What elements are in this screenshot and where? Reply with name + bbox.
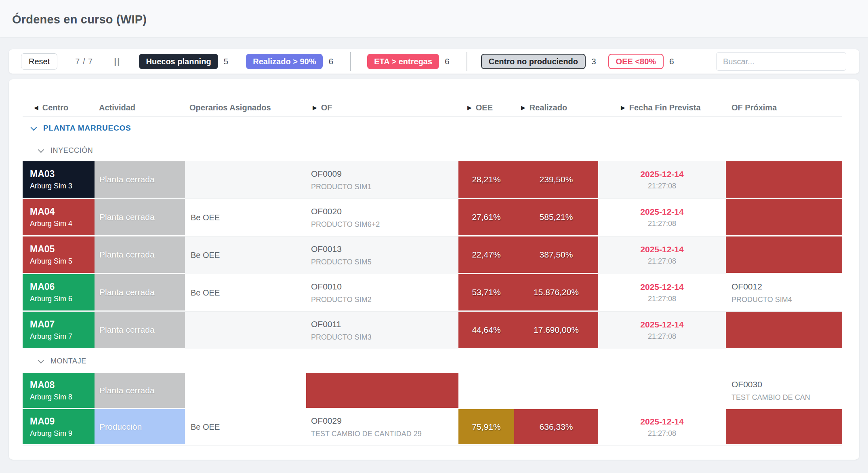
activity-cell: Planta cerrada bbox=[95, 199, 185, 236]
column-header-actividad[interactable]: Actividad bbox=[95, 99, 185, 116]
operators-cell bbox=[185, 161, 306, 198]
filter-count-oee: 6 bbox=[669, 57, 674, 66]
centro-code: MA09 bbox=[30, 416, 95, 427]
oee-cell bbox=[458, 373, 514, 409]
oee-cell: 75,91% bbox=[458, 409, 514, 445]
section-group-row-inyeccion[interactable]: INYECCIÓN bbox=[23, 139, 842, 161]
centro-cell: MA08 Arburg Sim 8 bbox=[23, 373, 95, 409]
of-product: PRODUCTO SIM6+2 bbox=[311, 220, 458, 229]
activity-cell: Planta cerrada bbox=[95, 161, 185, 198]
centro-cell: MA07 Arburg Sim 7 bbox=[23, 312, 95, 349]
table-row-ma05[interactable]: MA05 Arburg Sim 5 Planta cerrada Be OEE … bbox=[23, 236, 842, 274]
table-row-ma08[interactable]: MA08 Arburg Sim 8 Planta cerrada OF0030 … bbox=[23, 373, 842, 409]
toolbar-divider bbox=[467, 52, 467, 71]
activity-cell: Producción bbox=[95, 409, 185, 445]
filter-badge-oee[interactable]: OEE <80% bbox=[608, 54, 664, 69]
sort-right-icon[interactable]: ▶ bbox=[621, 104, 625, 111]
centro-name: Arburg Sim 7 bbox=[30, 332, 95, 341]
column-header-operarios[interactable]: Operarios Asignados bbox=[185, 99, 306, 116]
filter-badge-huecos-planning[interactable]: Huecos planning bbox=[139, 54, 218, 69]
centro-cell: MA05 Arburg Sim 5 bbox=[23, 236, 95, 274]
due-date: 2025-12-14 bbox=[640, 320, 683, 329]
of-product: TEST CAMBIO DE CANTIDAD 29 bbox=[311, 430, 458, 438]
next-of-cell bbox=[726, 199, 842, 236]
column-label: OF Próxima bbox=[731, 103, 777, 112]
pause-icon[interactable]: || bbox=[114, 56, 120, 67]
column-header-of-proxima[interactable]: OF Próxima bbox=[726, 99, 842, 116]
search-input[interactable] bbox=[716, 52, 846, 71]
column-header-fecha-fin[interactable]: ▶ Fecha Fin Prevista bbox=[598, 99, 726, 116]
realizado-cell bbox=[514, 373, 598, 409]
chevron-down-icon[interactable] bbox=[38, 146, 44, 153]
oee-cell: 53,71% bbox=[458, 274, 514, 311]
centro-code: MA03 bbox=[30, 169, 95, 179]
due-date: 2025-12-14 bbox=[640, 245, 683, 254]
due-date-cell: 2025-12-14 21:27:08 bbox=[598, 236, 726, 274]
table-row-ma06[interactable]: MA06 Arburg Sim 6 Planta cerrada Be OEE … bbox=[23, 274, 842, 312]
table-row-ma04[interactable]: MA04 Arburg Sim 4 Planta cerrada Be OEE … bbox=[23, 199, 842, 236]
chevron-down-icon[interactable] bbox=[38, 357, 44, 363]
column-label: OEE bbox=[476, 103, 493, 112]
realizado-cell: 387,50% bbox=[514, 236, 598, 274]
next-of-product: TEST CAMBIO DE CAN bbox=[731, 393, 842, 402]
of-code: OF0011 bbox=[311, 319, 458, 329]
chevron-down-icon[interactable] bbox=[31, 124, 37, 131]
filter-badge-realizado[interactable]: Realizado > 90% bbox=[246, 54, 323, 69]
column-header-oee[interactable]: ▶ OEE bbox=[458, 99, 514, 116]
table-row-ma07[interactable]: MA07 Arburg Sim 7 Planta cerrada OF0011 … bbox=[23, 312, 842, 349]
column-label: Actividad bbox=[99, 103, 135, 112]
rows-counter: 7 / 7 bbox=[75, 57, 93, 66]
section-group-row-montaje[interactable]: MONTAJE bbox=[23, 349, 842, 373]
centro-name: Arburg Sim 8 bbox=[30, 393, 95, 401]
sort-right-icon[interactable]: ▶ bbox=[313, 104, 317, 111]
due-time: 21:27:08 bbox=[648, 182, 676, 190]
filter-badge-centro-no-produciendo[interactable]: Centro no produciendo bbox=[481, 54, 586, 69]
filter-count-centro-no-produciendo: 3 bbox=[591, 57, 596, 66]
column-header-of[interactable]: ▶ OF bbox=[306, 99, 458, 116]
reset-button[interactable]: Reset bbox=[21, 53, 57, 70]
column-header-centro[interactable]: ◀ Centro bbox=[23, 99, 95, 116]
of-product: PRODUCTO SIM2 bbox=[311, 296, 458, 304]
centro-name: Arburg Sim 3 bbox=[30, 182, 95, 190]
oee-cell: 44,64% bbox=[458, 312, 514, 349]
next-of-cell bbox=[726, 409, 842, 445]
operators-cell bbox=[185, 373, 306, 409]
page-header: Órdenes en curso (WIP) bbox=[0, 0, 868, 37]
of-code: OF0029 bbox=[311, 416, 458, 426]
of-cell: OF0029 TEST CAMBIO DE CANTIDAD 29 bbox=[306, 409, 458, 445]
due-date: 2025-12-14 bbox=[640, 169, 683, 179]
oee-cell: 27,61% bbox=[458, 199, 514, 236]
sort-right-icon[interactable]: ▶ bbox=[521, 104, 525, 111]
page-title: Órdenes en curso (WIP) bbox=[12, 13, 147, 26]
table-row-ma09[interactable]: MA09 Arburg Sim 9 Producción Be OEE OF00… bbox=[23, 409, 842, 446]
of-cell: OF0009 PRODUCTO SIM1 bbox=[306, 161, 458, 198]
realizado-cell: 239,50% bbox=[514, 161, 598, 198]
plant-group-row[interactable]: PLANTA MARRUECOS bbox=[23, 117, 842, 139]
column-label: Fecha Fin Prevista bbox=[629, 103, 701, 112]
filter-badge-eta[interactable]: ETA > entregas bbox=[367, 54, 439, 69]
next-of-cell: OF0012 PRODUCTO SIM4 bbox=[726, 274, 842, 311]
realizado-cell: 17.690,00% bbox=[514, 312, 598, 349]
column-label: Operarios Asignados bbox=[189, 103, 271, 112]
next-of-cell bbox=[726, 161, 842, 198]
sort-left-icon[interactable]: ◀ bbox=[34, 104, 38, 111]
operators-cell: Be OEE bbox=[185, 409, 306, 445]
due-date-cell: 2025-12-14 21:27:08 bbox=[598, 161, 726, 198]
of-code: OF0013 bbox=[311, 244, 458, 254]
centro-cell: MA06 Arburg Sim 6 bbox=[23, 274, 95, 311]
table-row-ma03[interactable]: MA03 Arburg Sim 3 Planta cerrada OF0009 … bbox=[23, 161, 842, 199]
due-time: 21:27:08 bbox=[648, 220, 676, 228]
operators-cell: Be OEE bbox=[185, 274, 306, 311]
due-date-cell: 2025-12-14 21:27:08 bbox=[598, 199, 726, 236]
next-of-product: PRODUCTO SIM4 bbox=[731, 296, 842, 304]
due-date-cell: 2025-12-14 21:27:08 bbox=[598, 312, 726, 349]
centro-code: MA06 bbox=[30, 281, 95, 292]
due-date-cell: 2025-12-14 21:27:08 bbox=[598, 274, 726, 311]
column-label: OF bbox=[321, 103, 332, 112]
operators-cell bbox=[185, 312, 306, 349]
operators-cell: Be OEE bbox=[185, 199, 306, 236]
column-header-realizado[interactable]: ▶ Realizado bbox=[514, 99, 598, 116]
sort-right-icon[interactable]: ▶ bbox=[467, 104, 472, 111]
due-date: 2025-12-14 bbox=[640, 282, 683, 292]
next-of-code: OF0012 bbox=[731, 282, 842, 291]
